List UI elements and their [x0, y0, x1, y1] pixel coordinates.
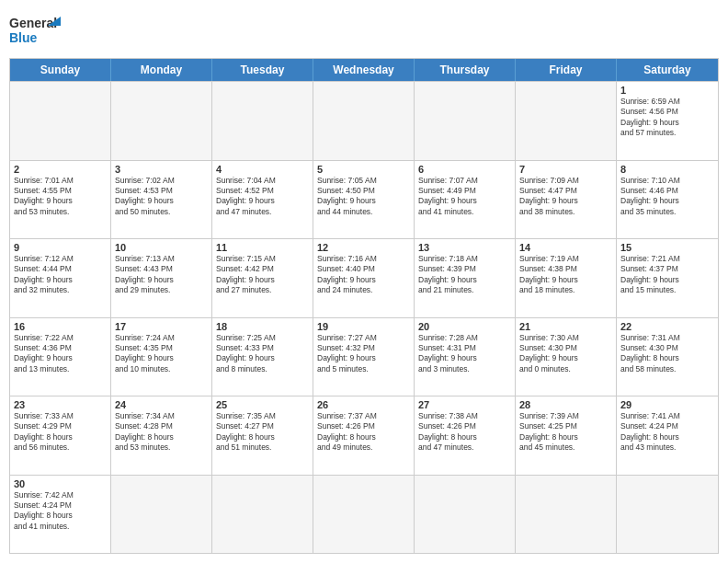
day-info: Sunrise: 7:10 AM Sunset: 4:46 PM Dayligh… [620, 176, 714, 218]
day-info: Sunrise: 7:01 AM Sunset: 4:55 PM Dayligh… [14, 176, 107, 218]
day-info: Sunrise: 7:13 AM Sunset: 4:43 PM Dayligh… [115, 254, 208, 296]
day-info: Sunrise: 7:39 AM Sunset: 4:25 PM Dayligh… [519, 411, 612, 454]
day-info: Sunrise: 7:28 AM Sunset: 4:31 PM Dayligh… [418, 333, 511, 375]
day-number: 23 [14, 399, 107, 410]
day-number: 13 [418, 242, 511, 253]
calendar-header-cell: Saturday [617, 59, 718, 81]
day-number: 15 [620, 242, 714, 253]
calendar-row: 2Sunrise: 7:01 AM Sunset: 4:55 PM Daylig… [10, 160, 718, 239]
calendar-cell: 16Sunrise: 7:22 AM Sunset: 4:36 PM Dayli… [10, 318, 111, 396]
day-info: Sunrise: 7:07 AM Sunset: 4:49 PM Dayligh… [418, 176, 511, 218]
calendar-cell: 6Sunrise: 7:07 AM Sunset: 4:49 PM Daylig… [415, 161, 516, 239]
calendar-cell [516, 82, 617, 160]
svg-text:General: General [9, 16, 57, 30]
calendar-cell: 9Sunrise: 7:12 AM Sunset: 4:44 PM Daylig… [10, 239, 111, 317]
day-info: Sunrise: 7:21 AM Sunset: 4:37 PM Dayligh… [620, 254, 714, 296]
calendar-cell [212, 82, 313, 160]
day-info: Sunrise: 7:22 AM Sunset: 4:36 PM Dayligh… [14, 333, 107, 375]
calendar-cell [415, 82, 516, 160]
day-info: Sunrise: 7:09 AM Sunset: 4:47 PM Dayligh… [519, 176, 612, 218]
day-number: 14 [519, 242, 612, 253]
day-number: 26 [317, 399, 410, 410]
calendar-body: 1Sunrise: 6:59 AM Sunset: 4:56 PM Daylig… [10, 81, 718, 553]
calendar-cell: 20Sunrise: 7:28 AM Sunset: 4:31 PM Dayli… [415, 318, 516, 396]
day-number: 6 [418, 164, 511, 175]
calendar-cell: 23Sunrise: 7:33 AM Sunset: 4:29 PM Dayli… [10, 396, 111, 475]
day-number: 24 [115, 399, 208, 410]
day-number: 20 [418, 321, 511, 332]
calendar-cell: 1Sunrise: 6:59 AM Sunset: 4:56 PM Daylig… [617, 82, 718, 160]
day-info: Sunrise: 7:12 AM Sunset: 4:44 PM Dayligh… [14, 254, 107, 296]
day-number: 25 [216, 399, 309, 410]
calendar-row: 16Sunrise: 7:22 AM Sunset: 4:36 PM Dayli… [10, 317, 718, 396]
calendar-cell: 11Sunrise: 7:15 AM Sunset: 4:42 PM Dayli… [212, 239, 313, 317]
day-info: Sunrise: 7:18 AM Sunset: 4:39 PM Dayligh… [418, 254, 511, 296]
calendar-cell [212, 476, 313, 554]
day-number: 21 [519, 321, 612, 332]
calendar-cell: 3Sunrise: 7:02 AM Sunset: 4:53 PM Daylig… [111, 161, 212, 239]
day-info: Sunrise: 7:42 AM Sunset: 4:24 PM Dayligh… [14, 490, 107, 533]
svg-text:Blue: Blue [9, 30, 38, 45]
calendar-cell: 21Sunrise: 7:30 AM Sunset: 4:30 PM Dayli… [516, 318, 617, 396]
day-info: Sunrise: 7:31 AM Sunset: 4:30 PM Dayligh… [620, 333, 714, 375]
calendar-row: 1Sunrise: 6:59 AM Sunset: 4:56 PM Daylig… [10, 81, 718, 160]
calendar-header-cell: Friday [516, 59, 617, 81]
calendar-header-cell: Sunday [10, 59, 111, 81]
calendar-row: 30Sunrise: 7:42 AM Sunset: 4:24 PM Dayli… [10, 475, 718, 554]
day-info: Sunrise: 7:27 AM Sunset: 4:32 PM Dayligh… [317, 333, 410, 375]
calendar-cell: 19Sunrise: 7:27 AM Sunset: 4:32 PM Dayli… [313, 318, 415, 396]
calendar-cell [313, 476, 415, 554]
calendar-cell: 30Sunrise: 7:42 AM Sunset: 4:24 PM Dayli… [10, 476, 111, 554]
calendar-header-cell: Thursday [415, 59, 516, 81]
calendar-cell [313, 82, 415, 160]
calendar-row: 23Sunrise: 7:33 AM Sunset: 4:29 PM Dayli… [10, 396, 718, 475]
calendar-cell: 18Sunrise: 7:25 AM Sunset: 4:33 PM Dayli… [212, 318, 313, 396]
day-number: 29 [620, 399, 714, 410]
day-number: 18 [216, 321, 309, 332]
day-number: 9 [14, 242, 107, 253]
calendar-cell: 4Sunrise: 7:04 AM Sunset: 4:52 PM Daylig… [212, 161, 313, 239]
day-number: 27 [418, 399, 511, 410]
calendar-cell [516, 476, 617, 554]
day-number: 19 [317, 321, 410, 332]
calendar-header-cell: Monday [111, 59, 212, 81]
day-number: 2 [14, 164, 107, 175]
day-info: Sunrise: 7:16 AM Sunset: 4:40 PM Dayligh… [317, 254, 410, 296]
calendar-cell: 26Sunrise: 7:37 AM Sunset: 4:26 PM Dayli… [313, 396, 415, 475]
day-info: Sunrise: 7:33 AM Sunset: 4:29 PM Dayligh… [14, 411, 107, 454]
day-info: Sunrise: 7:34 AM Sunset: 4:28 PM Dayligh… [115, 411, 208, 454]
calendar: SundayMondayTuesdayWednesdayThursdayFrid… [9, 58, 719, 554]
day-info: Sunrise: 7:35 AM Sunset: 4:27 PM Dayligh… [216, 411, 309, 454]
logo-icon: General Blue [9, 9, 64, 51]
day-number: 5 [317, 164, 410, 175]
day-number: 11 [216, 242, 309, 253]
day-info: Sunrise: 7:24 AM Sunset: 4:35 PM Dayligh… [115, 333, 208, 375]
calendar-cell: 17Sunrise: 7:24 AM Sunset: 4:35 PM Dayli… [111, 318, 212, 396]
logo-area: General Blue [9, 9, 64, 51]
day-info: Sunrise: 6:59 AM Sunset: 4:56 PM Dayligh… [620, 97, 714, 139]
day-number: 7 [519, 164, 612, 175]
day-number: 22 [620, 321, 714, 332]
day-number: 16 [14, 321, 107, 332]
calendar-cell: 28Sunrise: 7:39 AM Sunset: 4:25 PM Dayli… [516, 396, 617, 475]
day-info: Sunrise: 7:15 AM Sunset: 4:42 PM Dayligh… [216, 254, 309, 296]
calendar-cell: 14Sunrise: 7:19 AM Sunset: 4:38 PM Dayli… [516, 239, 617, 317]
day-info: Sunrise: 7:19 AM Sunset: 4:38 PM Dayligh… [519, 254, 612, 296]
page: General Blue SundayMondayTuesdayWednesda… [0, 0, 728, 563]
day-number: 30 [14, 478, 107, 489]
day-info: Sunrise: 7:38 AM Sunset: 4:26 PM Dayligh… [418, 411, 511, 454]
day-info: Sunrise: 7:41 AM Sunset: 4:24 PM Dayligh… [620, 411, 714, 454]
calendar-header-cell: Tuesday [212, 59, 313, 81]
day-number: 8 [620, 164, 714, 175]
calendar-cell [415, 476, 516, 554]
day-info: Sunrise: 7:37 AM Sunset: 4:26 PM Dayligh… [317, 411, 410, 454]
calendar-header-cell: Wednesday [313, 59, 415, 81]
day-number: 4 [216, 164, 309, 175]
day-info: Sunrise: 7:04 AM Sunset: 4:52 PM Dayligh… [216, 176, 309, 218]
calendar-cell: 29Sunrise: 7:41 AM Sunset: 4:24 PM Dayli… [617, 396, 718, 475]
calendar-cell: 27Sunrise: 7:38 AM Sunset: 4:26 PM Dayli… [415, 396, 516, 475]
day-number: 1 [620, 85, 714, 96]
day-number: 10 [115, 242, 208, 253]
calendar-cell: 12Sunrise: 7:16 AM Sunset: 4:40 PM Dayli… [313, 239, 415, 317]
calendar-cell: 13Sunrise: 7:18 AM Sunset: 4:39 PM Dayli… [415, 239, 516, 317]
